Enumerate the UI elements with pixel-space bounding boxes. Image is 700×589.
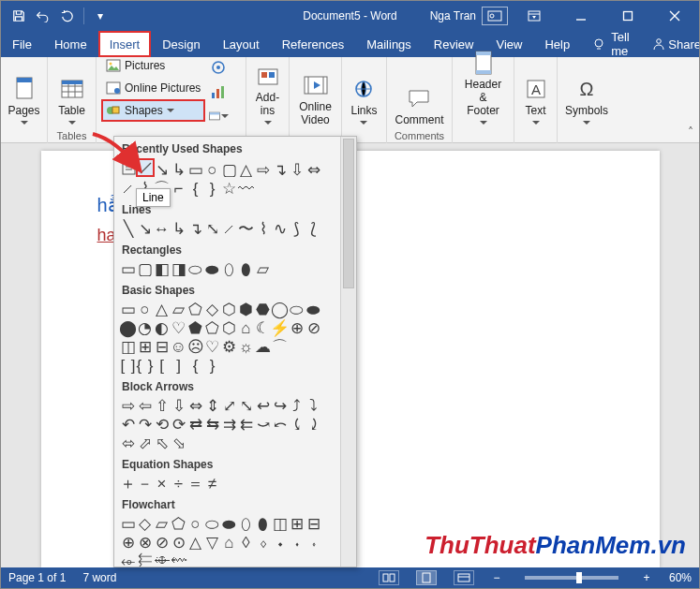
header-footer-icon [470,50,497,76]
user-name[interactable]: Nga Tran [430,9,476,22]
shape-arrow-both[interactable]: ⇔ [305,161,322,178]
table-button[interactable]: Table [56,74,87,128]
svg-rect-3 [624,12,633,21]
symbols-button[interactable]: Ω Symbols [563,74,610,128]
tab-references[interactable]: References [271,31,355,57]
tab-home[interactable]: Home [43,31,98,57]
ribbon-display-options-icon[interactable] [514,1,555,31]
svg-point-1 [490,14,494,18]
zoom-out-button[interactable]: − [491,571,502,584]
chevron-down-icon [480,121,487,128]
maximize-button[interactable] [607,1,648,31]
shape-rounded-rect[interactable]: ▢ [221,161,238,178]
group-pages: Pages [1,57,48,143]
group-text: A Text [514,57,558,143]
pages-button[interactable]: Pages [6,74,41,128]
svg-rect-37 [423,573,430,582]
zoom-level[interactable]: 60% [669,571,692,584]
shape-triangle[interactable]: △ [238,161,255,178]
shape-tooltip: Line [136,188,171,207]
save-icon[interactable] [8,6,29,26]
chart-button[interactable] [208,81,229,102]
shape-arrow-right[interactable]: ⇨ [255,161,272,178]
group-media: Online Video [290,57,342,143]
annotation-arrow [87,130,153,183]
chevron-down-icon [221,114,229,122]
chevron-down-icon [264,121,272,128]
online-picture-icon [106,81,121,96]
shape-oval[interactable]: ○ [204,161,221,178]
lightbulb-icon [592,37,605,51]
svg-text:Ω: Ω [580,79,594,99]
shape-l[interactable]: ⌐ [171,180,187,197]
text-box-icon: A [523,76,549,102]
tab-file[interactable]: File [1,31,43,57]
pictures-button[interactable]: Pictures [102,55,204,76]
shapes-category-block-arrows: Block Arrows ⇨⇦⇧⇩⇔⇕⤢⤡↩↪⤴⤵ ↶↷⟲⟳⇄⇆⇉⇇⤻⤺⤹⤸ ⬄… [120,378,335,452]
group-label-tables: Tables [57,130,87,141]
quick-access-toolbar: ▾ [1,6,111,26]
shape-line2[interactable]: ╲ [120,220,137,237]
addins-icon [255,63,281,89]
undo-icon[interactable] [33,6,53,26]
svg-rect-25 [269,72,275,78]
shape-scribble[interactable]: 〰 [238,180,255,197]
view-print-layout[interactable] [416,570,437,585]
pages-icon [11,76,37,102]
view-web-layout[interactable] [454,570,474,585]
tab-insert[interactable]: Insert [98,31,152,57]
group-addins: Add- ins [246,57,290,143]
user-avatar[interactable] [482,7,508,25]
svg-rect-38 [458,574,469,582]
view-read-mode[interactable] [379,570,399,585]
header-footer-button[interactable]: Header & Footer [458,48,508,128]
text-button[interactable]: A Text [521,74,551,128]
svg-text:A: A [530,81,540,97]
screenshot-button[interactable] [208,106,229,126]
chevron-down-icon [360,121,367,128]
shape-elbow[interactable]: ↴ [272,161,289,178]
status-bar: Page 1 of 1 7 word − + 60% [1,567,699,588]
chevron-down-icon [583,121,590,128]
collapse-ribbon-button[interactable]: ˄ [688,125,693,139]
shapes-category-equation: Equation Shapes ＋－×÷＝≠ [120,456,335,493]
group-symbols: Ω Symbols [558,57,616,143]
shape-connector[interactable]: ↳ [171,161,187,178]
tab-tell-me[interactable]: Tell me [581,31,641,57]
shapes-panel-scrollbar[interactable] [340,137,356,567]
svg-rect-9 [62,81,82,84]
redo-icon[interactable] [57,6,78,26]
svg-rect-18 [212,93,215,98]
online-pictures-button[interactable]: Online Pictures [102,78,204,98]
close-button[interactable] [654,1,695,31]
shape-rect[interactable]: ▭ [187,161,204,178]
group-links: Links [342,57,387,143]
shape-arrow-down[interactable]: ⇩ [289,161,305,178]
status-word-count[interactable]: 7 word [82,571,116,584]
minimize-button[interactable] [560,1,602,31]
svg-rect-15 [112,107,119,113]
watermark: ThuThuatPhanMem.vn [424,531,686,560]
status-page[interactable]: Page 1 of 1 [8,571,66,584]
online-video-button[interactable]: Online Video [297,70,334,128]
tab-help[interactable]: Help [533,31,581,57]
comment-button[interactable]: Comment [393,83,445,128]
zoom-slider[interactable] [525,576,618,580]
tab-design[interactable]: Design [151,31,211,57]
icons-button[interactable] [208,57,229,78]
title-bar: ▾ Document5 - Word Nga Tran [1,1,699,31]
tab-mailings[interactable]: Mailings [355,31,423,57]
shape-brace-l[interactable]: { [187,180,204,197]
add-ins-button[interactable]: Add- ins [253,61,283,128]
svg-rect-30 [476,70,491,74]
qat-customize-icon[interactable]: ▾ [90,6,111,26]
svg-rect-36 [390,574,395,582]
shape-star[interactable]: ☆ [221,180,238,197]
shape-arrow-line[interactable]: ↘ [154,161,171,178]
shape-brace-r[interactable]: } [204,180,221,197]
zoom-in-button[interactable]: + [641,571,652,584]
tab-layout[interactable]: Layout [212,31,271,57]
shapes-button[interactable]: Shapes [102,100,204,121]
links-button[interactable]: Links [349,74,379,128]
tab-share[interactable]: Share [641,31,700,57]
